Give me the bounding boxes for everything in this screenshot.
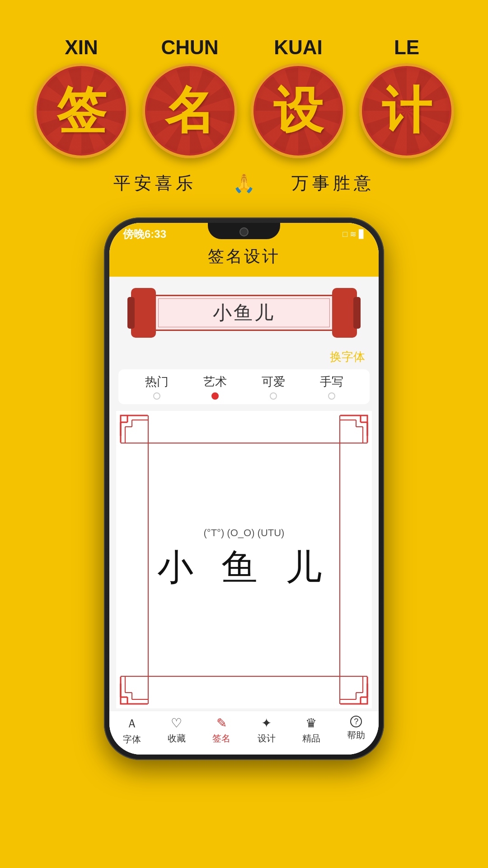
pinyin-xin: XIN (41, 36, 122, 59)
app-title: 签名设计 (109, 245, 379, 268)
nav-font-label: 字体 (123, 733, 141, 745)
phone-outer: 傍晚6:33 □ ≋ ▊ 签名设计 (104, 217, 384, 760)
scroll-banner[interactable]: 小鱼儿 (109, 277, 379, 349)
tab-cute-label: 可爱 (262, 374, 285, 390)
corner-tl-decoration (118, 413, 150, 445)
corner-bl-decoration (118, 675, 150, 706)
heart-icon: ♡ (171, 716, 182, 731)
char-qian: 签 (56, 77, 106, 145)
char-she: 设 (273, 77, 323, 145)
right-line (339, 415, 340, 704)
camera-dot (239, 227, 249, 236)
preview-large-text: 小 鱼 儿 (157, 543, 331, 592)
tab-hot-dot (153, 392, 160, 400)
nav-font[interactable]: Ａ 字体 (123, 716, 141, 745)
tab-cute-dot (270, 392, 277, 400)
crown-nav-icon: ♛ (305, 716, 317, 731)
font-change-row: 换字体 (109, 349, 379, 369)
tab-handwrite-dot (328, 392, 335, 400)
bottom-nav: Ａ 字体 ♡ 收藏 ✎ 签名 ✦ 设计 (109, 711, 379, 755)
tab-art-dot (211, 392, 219, 400)
circles-row: 签 名 设 计 (34, 63, 454, 158)
scroll-name: 小鱼儿 (213, 300, 275, 326)
subtitle-row: 平安喜乐 🙏 万事胜意 (113, 172, 375, 195)
app-content: 傍晚6:33 □ ≋ ▊ 签名设计 (109, 223, 379, 755)
nav-premium-label: 精品 (302, 732, 320, 745)
nav-premium[interactable]: ♛ 精品 (302, 716, 320, 745)
sign-icon: ✎ (216, 716, 227, 731)
circle-ji: 计 (359, 63, 454, 158)
circle-she: 设 (251, 63, 346, 158)
tab-art-label: 艺术 (203, 374, 227, 390)
bottom-line (121, 676, 367, 677)
preview-box: (°T°) (O_O) (UTU) 小 鱼 儿 (116, 411, 372, 708)
corner-tr-decoration (338, 413, 370, 445)
tab-hot[interactable]: 热门 (145, 374, 169, 400)
tab-handwrite-label: 手写 (320, 374, 343, 390)
nav-design[interactable]: ✦ 设计 (258, 716, 276, 745)
subtitle-left: 平安喜乐 (113, 172, 197, 195)
tab-art[interactable]: 艺术 (203, 374, 227, 400)
crown-icon: 🙏 (233, 173, 255, 194)
nav-collect-label: 收藏 (168, 732, 186, 745)
tab-handwrite[interactable]: 手写 (320, 374, 343, 400)
nav-sign[interactable]: ✎ 签名 (212, 716, 230, 745)
nav-help-label: 帮助 (347, 729, 365, 741)
pinyin-kuai: KUAI (258, 36, 339, 59)
font-icon: Ａ (126, 716, 138, 731)
phone-section: 傍晚6:33 □ ≋ ▊ 签名设计 (0, 217, 488, 760)
left-line (148, 415, 149, 704)
preview-area-wrapper: (°T°) (O_O) (UTU) 小 鱼 儿 (109, 409, 379, 711)
phone-inner: 傍晚6:33 □ ≋ ▊ 签名设计 (109, 223, 379, 755)
top-section: XIN CHUN KUAI LE 签 名 设 计 平安喜乐 🙏 万事胜意 (0, 0, 488, 195)
circle-ming: 名 (142, 63, 237, 158)
nav-design-label: 设计 (258, 732, 276, 745)
nav-sign-label: 签名 (212, 732, 230, 745)
tabs-container: 热门 艺术 可爱 手写 (118, 369, 370, 404)
subtitle-right: 万事胜意 (291, 172, 375, 195)
nav-collect[interactable]: ♡ 收藏 (168, 716, 186, 745)
pinyin-le: LE (366, 36, 447, 59)
pinyin-chun: CHUN (149, 36, 230, 59)
scroll-container: 小鱼儿 (131, 286, 357, 340)
char-ming: 名 (165, 77, 215, 145)
nav-help[interactable]: ? 帮助 (347, 716, 365, 745)
phone-notch (208, 223, 280, 239)
circle-qian: 签 (34, 63, 129, 158)
tab-hot-label: 热门 (145, 374, 169, 390)
status-time: 傍晚6:33 (123, 227, 166, 241)
help-icon: ? (350, 716, 362, 727)
preview-small-text: (°T°) (O_O) (UTU) (204, 527, 285, 539)
font-change-button[interactable]: 换字体 (330, 349, 365, 365)
status-icons: □ ≋ ▊ (343, 229, 365, 239)
tab-cute[interactable]: 可爱 (262, 374, 285, 400)
top-line (121, 443, 367, 443)
corner-br-decoration (338, 675, 370, 706)
pinyin-row: XIN CHUN KUAI LE (41, 36, 447, 59)
design-icon: ✦ (261, 716, 272, 731)
char-ji: 计 (382, 77, 432, 145)
